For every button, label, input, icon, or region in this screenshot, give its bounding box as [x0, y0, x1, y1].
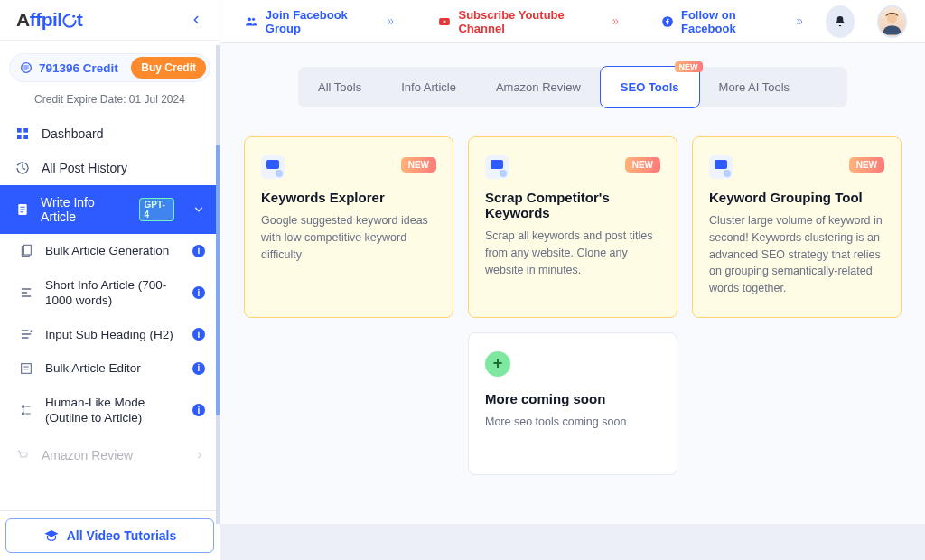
card-keywords-explorer[interactable]: NEW Keywords Explorer Google suggested k… — [244, 136, 453, 318]
card-desc: Cluster large volume of keyword in secon… — [709, 212, 884, 297]
youtube-icon — [437, 15, 452, 28]
sidebar-item-history[interactable]: All Post History — [0, 151, 220, 185]
new-badge: NEW — [849, 157, 884, 173]
sidebar-item-label: Bulk Article Generation — [45, 243, 182, 259]
history-icon — [14, 161, 31, 175]
buy-credit-button[interactable]: Buy Credit — [131, 57, 206, 79]
tab-amazon-review[interactable]: Amazon Review — [476, 67, 601, 107]
avatar-icon — [879, 8, 905, 35]
video-tutorials-label: All Video Tutorials — [67, 528, 177, 543]
tab-info-article[interactable]: Info Article — [381, 67, 476, 107]
card-more-coming-soon: + More coming soon More seo tools coming… — [468, 332, 677, 475]
card-title: More coming soon — [485, 391, 660, 406]
sidebar-item-label: Dashboard — [42, 126, 104, 141]
sidebar-item-label: Write Info Article — [41, 195, 127, 224]
main-area: Join Facebook Group Subscribe Youtube Ch… — [220, 0, 925, 560]
sidebar-item-label: Short Info Article (700-1000 words) — [45, 277, 182, 309]
sidebar-sub-bulk-article-editor[interactable]: Bulk Article Editor i — [0, 351, 220, 386]
sidebar-item-label: Human-Like Mode (Outline to Article) — [45, 395, 182, 426]
svg-point-0 — [72, 15, 75, 18]
heading-icon — [18, 327, 34, 341]
bell-icon — [833, 14, 847, 29]
tool-icon — [261, 155, 285, 179]
svg-point-11 — [22, 413, 24, 415]
info-icon[interactable]: i — [192, 362, 205, 375]
logo[interactable]: Affpilt — [16, 9, 82, 31]
card-desc: Google suggested keyword ideas with low … — [261, 212, 436, 263]
info-icon[interactable]: i — [192, 328, 205, 341]
short-article-icon — [18, 285, 34, 300]
card-title: Keywords Explorer — [261, 190, 436, 205]
card-desc: More seo tools coming soon — [485, 414, 660, 431]
outline-icon — [18, 403, 34, 417]
credit-icon — [19, 61, 33, 75]
credit-bar: 791396 Credit Buy Credit — [9, 53, 210, 82]
dashboard-icon — [14, 126, 31, 141]
sidebar-item-label: All Post History — [42, 161, 127, 175]
sidebar-item-label: Amazon Review — [42, 448, 133, 462]
svg-rect-5 — [23, 135, 28, 139]
sidebar: Affpilt 791396 Credit Buy Credit Credit … — [0, 0, 220, 560]
chevron-right-icon — [793, 16, 806, 27]
new-badge: NEW — [625, 157, 660, 173]
svg-rect-8 — [23, 245, 31, 255]
chevron-right-icon — [384, 16, 397, 27]
chevron-right-icon — [194, 450, 205, 461]
facebook-icon — [661, 14, 674, 29]
join-facebook-group-link[interactable]: Join Facebook Group — [238, 5, 402, 39]
plus-icon: + — [485, 351, 510, 377]
svg-rect-9 — [22, 364, 32, 374]
svg-point-13 — [252, 17, 255, 20]
follow-facebook-link[interactable]: Follow on Facebook — [656, 5, 811, 39]
svg-rect-2 — [17, 128, 22, 133]
svg-point-10 — [22, 406, 24, 408]
topbar: Join Facebook Group Subscribe Youtube Ch… — [220, 0, 925, 43]
sidebar-item-write-info-article[interactable]: Write Info Article GPT-4 — [0, 185, 220, 234]
card-title: Keyword Grouping Tool — [709, 190, 884, 205]
tab-more-ai-tools[interactable]: More AI Tools — [699, 67, 810, 107]
tool-icon — [485, 155, 509, 179]
tool-icon — [709, 155, 733, 179]
user-avatar[interactable] — [877, 5, 907, 38]
cart-icon — [14, 448, 31, 462]
card-scrap-competitor-keywords[interactable]: NEW Scrap Competitor's Keywords Scrap al… — [468, 136, 677, 318]
chevron-right-icon — [609, 16, 621, 27]
card-title: Scrap Competitor's Keywords — [485, 190, 660, 220]
svg-point-12 — [248, 17, 251, 21]
editor-icon — [18, 361, 34, 376]
subscribe-youtube-link[interactable]: Subscribe Youtube Channel — [432, 5, 627, 39]
svg-rect-3 — [23, 128, 28, 133]
tab-all-tools[interactable]: All Tools — [298, 67, 381, 107]
video-tutorials-button[interactable]: All Video Tutorials — [5, 518, 214, 553]
group-icon — [244, 14, 258, 29]
gpt4-badge: GPT-4 — [139, 198, 174, 221]
card-keyword-grouping-tool[interactable]: NEW Keyword Grouping Tool Cluster large … — [692, 136, 902, 318]
bulk-icon — [18, 244, 34, 258]
tab-seo-tools[interactable]: SEO Tools NEW — [600, 66, 700, 108]
footer-band — [220, 524, 925, 560]
notifications-button[interactable] — [826, 5, 855, 38]
credit-amount: 791396 Credit — [39, 61, 131, 75]
sidebar-item-label: Bulk Article Editor — [45, 360, 182, 377]
info-icon[interactable]: i — [192, 245, 205, 257]
new-badge: NEW — [401, 157, 436, 173]
sidebar-sub-human-like-mode[interactable]: Human-Like Mode (Outline to Article) i — [0, 386, 220, 435]
tool-tabs: All Tools Info Article Amazon Review SEO… — [298, 67, 847, 107]
sidebar-sub-bulk-article-generation[interactable]: Bulk Article Generation i — [0, 234, 220, 268]
sidebar-item-label: Input Sub Heading (H2) — [45, 327, 182, 343]
svg-rect-4 — [17, 135, 22, 139]
info-icon[interactable]: i — [192, 404, 205, 416]
info-icon[interactable]: i — [192, 286, 205, 299]
chevron-down-icon — [192, 203, 205, 216]
sidebar-sub-input-sub-heading[interactable]: Input Sub Heading (H2) i — [0, 318, 220, 352]
sidebar-item-dashboard[interactable]: Dashboard — [0, 117, 220, 151]
sidebar-item-amazon-review[interactable]: Amazon Review — [0, 435, 220, 472]
sidebar-sub-short-info-article[interactable]: Short Info Article (700-1000 words) i — [0, 268, 220, 318]
sidebar-scrollbar[interactable] — [216, 45, 220, 524]
sidebar-collapse-button[interactable] — [185, 9, 207, 31]
graduation-icon — [43, 527, 60, 544]
document-icon — [14, 202, 30, 217]
card-desc: Scrap all keywords and post titles from … — [485, 228, 660, 278]
credit-expire-text: Credit Expire Date: 01 Jul 2024 — [0, 93, 220, 106]
